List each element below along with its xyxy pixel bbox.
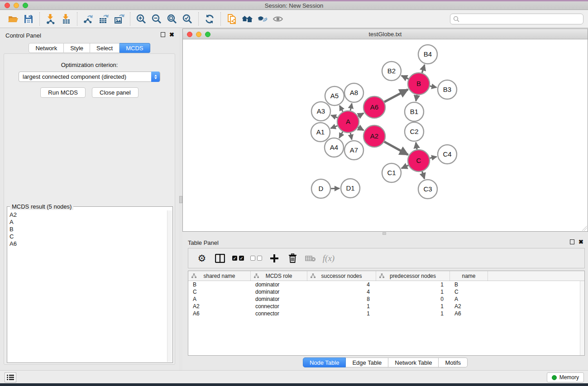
tab-network[interactable]: Network: [29, 43, 64, 53]
close-panel-icon[interactable]: ✖: [169, 32, 174, 37]
close-panel-button[interactable]: Close panel: [92, 87, 139, 98]
export-image-button[interactable]: [111, 12, 127, 26]
graph-node-A7[interactable]: A7: [344, 141, 363, 160]
graph-edge-B-B3[interactable]: [430, 86, 436, 87]
graph-node-A5[interactable]: A5: [325, 86, 344, 105]
export-network-button[interactable]: [81, 12, 96, 26]
graph-node-D1[interactable]: D1: [341, 179, 360, 198]
column-header-shared-name[interactable]: shared name: [188, 271, 251, 281]
graph-edge-A-A5[interactable]: [339, 105, 343, 112]
show-all-button[interactable]: [270, 12, 286, 26]
graph-node-B4[interactable]: B4: [418, 45, 437, 64]
graph-edge-A2-C[interactable]: [384, 142, 408, 155]
import-table-button[interactable]: [58, 12, 74, 26]
deselect-all-button[interactable]: [247, 250, 265, 267]
graph-node-B1[interactable]: B1: [405, 102, 424, 121]
network-canvas[interactable]: B4B2BB3A5A8A6B1A3AA1C2A2A4A7C4CC1C3DD1: [183, 39, 588, 231]
mcds-result-list[interactable]: A2ABCA6: [8, 210, 167, 362]
open-file-button[interactable]: [5, 12, 21, 26]
zoom-out-button[interactable]: [149, 12, 164, 26]
table-row[interactable]: Adominator80A: [188, 295, 584, 303]
table-scrollbar[interactable]: [580, 281, 584, 355]
panel-divider-grip[interactable]: [179, 196, 182, 203]
graph-node-C3[interactable]: C3: [418, 180, 437, 199]
add-column-button[interactable]: [265, 250, 283, 267]
mcds-result-item[interactable]: C: [10, 233, 167, 240]
memory-button[interactable]: Memory: [547, 372, 584, 382]
import-network-button[interactable]: [43, 12, 58, 26]
graph-edge-A-A6[interactable]: [358, 113, 363, 116]
tab-select[interactable]: Select: [90, 43, 120, 53]
graph-edge-A-A3[interactable]: [331, 115, 337, 118]
graph-edge-C-C3[interactable]: [422, 172, 425, 179]
table-row[interactable]: A2connector11A2: [188, 303, 584, 310]
refresh-button[interactable]: [202, 12, 217, 26]
graph-node-C1[interactable]: C1: [382, 163, 401, 182]
tab-mcds[interactable]: MCDS: [120, 43, 150, 53]
graph-node-A[interactable]: A: [337, 111, 359, 133]
mcds-result-item[interactable]: A6: [10, 240, 167, 248]
window-resize-grip[interactable]: [582, 226, 587, 231]
graph-edge-A-A8[interactable]: [350, 104, 352, 111]
graph-edge-A-A4[interactable]: [339, 132, 343, 138]
graph-node-B2[interactable]: B2: [382, 62, 401, 81]
zoom-selected-button[interactable]: [180, 12, 195, 26]
graph-node-C2[interactable]: C2: [405, 122, 424, 141]
graph-node-A4[interactable]: A4: [325, 138, 344, 157]
mcds-result-item[interactable]: B: [10, 226, 167, 233]
network-window-titlebar[interactable]: testGlobe.txt: [183, 29, 588, 39]
horizontal-divider-grip[interactable]: [382, 232, 386, 235]
close-table-panel-icon[interactable]: ✖: [578, 239, 583, 244]
save-session-button[interactable]: [21, 12, 36, 26]
tab-network-table[interactable]: Network Table: [388, 357, 439, 367]
zoom-fit-button[interactable]: [164, 12, 180, 26]
split-view-button[interactable]: [211, 250, 229, 267]
optimization-criterion-select[interactable]: largest connected component (directed): [19, 71, 160, 82]
table-settings-button[interactable]: ⚙: [193, 250, 211, 267]
graph-edge-C-C1[interactable]: [402, 165, 408, 168]
show-log-button[interactable]: [5, 372, 16, 382]
graph-node-C4[interactable]: C4: [438, 145, 457, 164]
graph-node-B[interactable]: B: [408, 73, 430, 95]
graph-node-D[interactable]: D: [311, 179, 330, 198]
hide-selected-button[interactable]: [255, 12, 270, 26]
graph-edge-A-A2[interactable]: [358, 127, 363, 130]
graph-edge-A-A7[interactable]: [350, 133, 352, 139]
graph-node-C[interactable]: C: [408, 150, 430, 172]
graph-node-A1[interactable]: A1: [311, 123, 330, 142]
tab-style[interactable]: Style: [64, 43, 90, 53]
float-table-panel-icon[interactable]: [570, 239, 574, 244]
graph-edge-B-B4[interactable]: [422, 65, 425, 73]
graph-node-A3[interactable]: A3: [311, 102, 330, 121]
graph-edge-C-C2[interactable]: [416, 143, 417, 150]
column-header-name[interactable]: name: [450, 271, 488, 281]
table-row[interactable]: A6connector11A6: [188, 310, 584, 317]
select-all-button[interactable]: ✓✓: [229, 250, 247, 267]
graph-edge-B-B2[interactable]: [402, 76, 409, 79]
graph-node-A2[interactable]: A2: [363, 125, 385, 147]
table-row[interactable]: Bdominator41B: [188, 281, 584, 288]
column-header-predecessor-nodes[interactable]: predecessor nodes: [376, 271, 450, 281]
tab-node-table[interactable]: Node Table: [303, 357, 346, 367]
export-table-button[interactable]: [96, 12, 111, 26]
tab-motifs[interactable]: Motifs: [439, 357, 468, 367]
clone-network-button[interactable]: [224, 12, 239, 26]
graph-node-B3[interactable]: B3: [438, 80, 457, 99]
graph-edge-C-C4[interactable]: [430, 157, 436, 158]
delete-column-button[interactable]: [283, 250, 301, 267]
mcds-result-item[interactable]: A: [10, 219, 167, 226]
tab-edge-table[interactable]: Edge Table: [346, 357, 388, 367]
graph-node-A6[interactable]: A6: [363, 96, 385, 118]
graph-edge-A-A1[interactable]: [330, 126, 337, 129]
home-first-neighbors-button[interactable]: [239, 12, 255, 26]
run-mcds-button[interactable]: Run MCDS: [40, 87, 86, 98]
network-graph[interactable]: B4B2BB3A5A8A6B1A3AA1C2A2A4A7C4CC1C3DD1: [183, 39, 588, 231]
mcds-result-scrollbar[interactable]: [167, 210, 172, 362]
graph-edge-A6-B[interactable]: [384, 90, 408, 102]
graph-edge-B-B1[interactable]: [416, 95, 417, 101]
column-header-mcds-role[interactable]: MCDS role: [251, 271, 307, 281]
zoom-in-button[interactable]: [134, 12, 149, 26]
float-panel-icon[interactable]: [161, 32, 165, 37]
graph-node-A8[interactable]: A8: [344, 83, 363, 102]
mcds-result-item[interactable]: A2: [10, 211, 167, 219]
